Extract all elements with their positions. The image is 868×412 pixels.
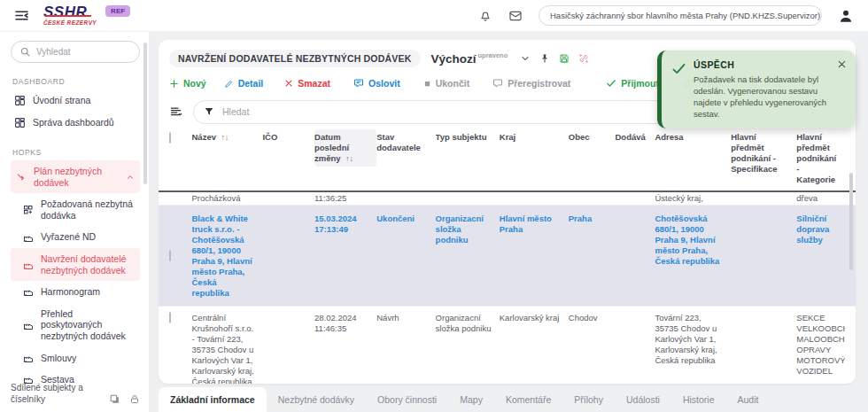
chat-icon: [492, 78, 503, 89]
sort-icon[interactable]: ↑↓: [221, 133, 229, 142]
column-header-kategorie[interactable]: Hlavní předmět podnikání - Kategorie: [796, 129, 845, 187]
sidebar-item-label: Požadovaná nezbytná dodávka: [41, 198, 136, 221]
logo-subtext: ČESKÉ REZERVY: [43, 20, 97, 27]
column-header-stav[interactable]: Stav dodavatele: [376, 129, 435, 156]
view-state-label: upraveno: [478, 51, 508, 59]
table-row-selected[interactable]: Black & White truck s.r.o. - Chotěšovská…: [159, 206, 856, 307]
column-header-datum[interactable]: Datum poslední změny ↑↓: [314, 129, 376, 167]
branch-arrow-icon: [16, 172, 27, 183]
success-toast: ÚSPĚCH Požadavek na tisk dodavatele byl …: [657, 51, 856, 128]
dashboard-manage-icon: [14, 117, 26, 128]
column-header-ico[interactable]: IČO: [262, 129, 314, 145]
sidebar-item-label: Plán nezbytných dodávek: [34, 166, 119, 188]
sidebar-collapse-icon[interactable]: [14, 8, 29, 23]
factory-icon: [23, 353, 34, 363]
logo-text: SSHR: [43, 4, 97, 19]
column-header-typ[interactable]: Typ subjektu: [436, 129, 500, 145]
app-logo[interactable]: SSHR ČESKÉ REZERVY: [43, 4, 97, 27]
tab-audit[interactable]: Audit: [726, 387, 771, 412]
notifications-bell-icon[interactable]: [478, 9, 492, 23]
sidebar-item-label: Smlouvy: [41, 353, 76, 364]
table-row[interactable]: Procházková 11:36:25 Ústecký kraj, Česká…: [159, 192, 856, 206]
factory-icon: [23, 260, 34, 270]
sidebar-item-label: Správa dashboardů: [33, 117, 114, 128]
tab-udalosti[interactable]: Události: [615, 387, 671, 412]
toast-message: Požadavek na tisk dodavatele byl odeslán…: [694, 74, 845, 120]
toast-title: ÚSPĚCH: [694, 59, 845, 70]
sidebar-scrollbar[interactable]: [143, 43, 147, 184]
column-header-obec[interactable]: Obec: [569, 129, 616, 145]
table-row[interactable]: Centrální Krušnohoří s.r.o. - Tovární 22…: [159, 307, 856, 384]
copy-icon[interactable]: [109, 393, 120, 405]
column-layout-icon[interactable]: [169, 105, 182, 119]
unlink-view-icon[interactable]: [578, 53, 589, 64]
tab-nezbytne-dodavky[interactable]: Nezbytné dodávky: [267, 387, 366, 412]
column-header-adresa[interactable]: Adresa: [655, 129, 731, 145]
contact-button[interactable]: Oslovit: [353, 78, 400, 89]
accept-button[interactable]: Přijmout: [606, 78, 659, 89]
column-header-kraj[interactable]: Kraj: [500, 129, 569, 145]
organization-selector-value: Hasičský záchranný sbor hlavního města P…: [550, 11, 820, 20]
sidebar-item-label: Vyřazené ND: [41, 231, 96, 243]
row-checkbox[interactable]: [169, 312, 171, 323]
save-view-icon[interactable]: [559, 53, 570, 64]
tab-prilohy[interactable]: Přílohy: [562, 387, 615, 412]
user-avatar-icon[interactable]: [838, 8, 854, 24]
sidebar-item-vyrazene-nd[interactable]: Vyřazené ND: [19, 226, 140, 248]
sidebar-item-plan-nezbytnych-dodavek[interactable]: Plán nezbytných dodávek: [11, 160, 140, 193]
sort-icon[interactable]: ↑↓: [345, 154, 353, 163]
column-header-specifikace[interactable]: Hlavní předmět podnikání - Specifikace: [731, 129, 796, 177]
sidebar-search-input[interactable]: [36, 47, 125, 57]
toast-close-icon[interactable]: [837, 59, 847, 69]
check-icon: [606, 78, 616, 89]
pencil-icon: [224, 79, 234, 89]
chat-icon: [353, 78, 364, 89]
sidebar-item-harmonogram[interactable]: Harmonogram: [19, 281, 140, 303]
sidebar-item-smlouvy[interactable]: Smlouvy: [19, 347, 140, 369]
sidebar-item-label: Úvodní strana: [33, 95, 90, 106]
grid-module-icon: [23, 205, 34, 215]
tab-historie[interactable]: Historie: [671, 387, 726, 412]
reregister-button[interactable]: Přeregistrovat: [492, 78, 570, 89]
pin-view-icon[interactable]: [539, 53, 550, 64]
success-check-icon: [671, 61, 686, 76]
sidebar-search[interactable]: [11, 41, 140, 63]
top-bar: SSHR ČESKÉ REZERVY REF Hasičský záchrann…: [0, 0, 868, 32]
row-checkbox[interactable]: [169, 250, 171, 261]
sidebar-item-label: Harmonogram: [41, 286, 100, 298]
view-selector[interactable]: Výchozíupraveno: [431, 51, 508, 66]
delete-button[interactable]: Smazat: [284, 78, 330, 89]
x-icon: [284, 79, 293, 88]
sidebar-item-prehled-poskytovanych[interactable]: Přehled poskytovaných nezbytných dodávek: [19, 303, 140, 347]
tab-zakladni-informace[interactable]: Základní informace: [159, 387, 267, 412]
terminate-button[interactable]: Ukončit: [423, 78, 470, 89]
sidebar: DASHBOARD Úvodní strana Správa dashboard…: [0, 32, 149, 412]
factory-icon: [23, 232, 34, 243]
tab-komentare[interactable]: Komentáře: [494, 387, 562, 412]
sidebar-footer-label[interactable]: Sdílené subjekty a číselníky: [11, 383, 109, 405]
column-header-dodava[interactable]: Dodává: [615, 129, 655, 145]
plus-icon: [169, 79, 179, 89]
tab-obory-cinnosti[interactable]: Obory činnosti: [366, 387, 448, 412]
sidebar-item-uvodni-strana[interactable]: Úvodní strana: [11, 89, 140, 112]
suppliers-table: Název ↑↓ IČO Datum poslední změny ↑↓ Sta…: [169, 129, 845, 384]
select-all-checkbox[interactable]: [169, 132, 171, 144]
column-header-nazev[interactable]: Název ↑↓: [192, 129, 263, 145]
lock-icon[interactable]: [129, 393, 140, 405]
detail-button[interactable]: Detail: [224, 78, 264, 89]
messages-envelope-icon[interactable]: [508, 9, 523, 23]
stop-square-icon: [423, 80, 431, 88]
sidebar-item-navrzeni-dodavatele[interactable]: Navržení dodavatelé nezbytných dodávek: [11, 248, 140, 281]
organization-selector[interactable]: Hasičský záchranný sbor hlavního města P…: [539, 5, 822, 26]
tab-mapy[interactable]: Mapy: [448, 387, 494, 412]
section-label-dashboard: DASHBOARD: [12, 77, 140, 86]
status-badge: Návrh: [376, 307, 435, 330]
vertical-scrollbar[interactable]: [849, 173, 853, 270]
sidebar-item-pozadovana-nezbytna-dodavka[interactable]: Požadovaná nezbytná dodávka: [19, 193, 140, 226]
view-chevron-down-icon[interactable]: [520, 53, 531, 64]
sidebar-item-sprava-dashboardu[interactable]: Správa dashboardů: [11, 112, 140, 134]
sidebar-item-label: Přehled poskytovaných nezbytných dodávek: [41, 308, 136, 342]
environment-badge: REF: [105, 5, 130, 17]
sidebar-item-label: Navržení dodavatelé nezbytných dodávek: [41, 253, 136, 276]
new-button[interactable]: Nový: [169, 78, 206, 89]
